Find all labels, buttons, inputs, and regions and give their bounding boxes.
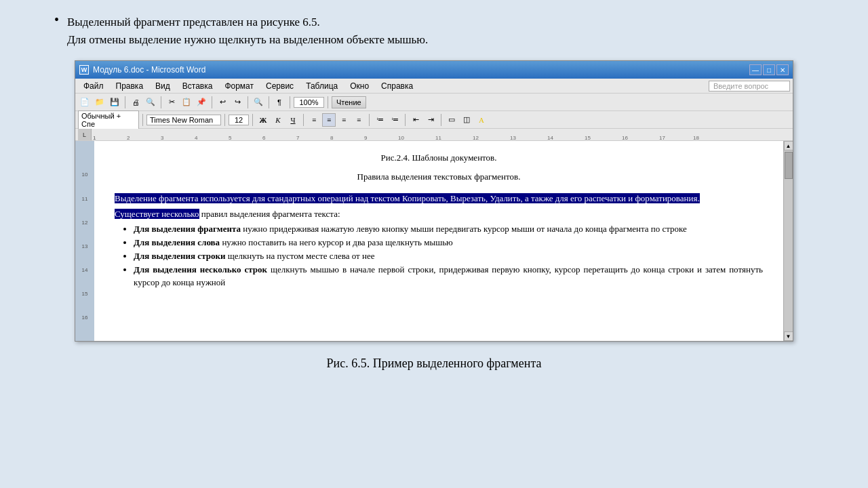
ruler-11: 11: [435, 135, 441, 141]
search-icon[interactable]: 🔍: [252, 96, 265, 109]
paragraph-icon[interactable]: ¶: [273, 96, 286, 109]
color-button[interactable]: A: [475, 113, 488, 127]
list-item-2: Для выделения слова нужно поставить на н…: [134, 237, 763, 249]
copy-icon[interactable]: 📋: [180, 96, 193, 109]
title-bar-text: Модуль 6.doc - Microsoft Word: [93, 65, 749, 75]
new-icon[interactable]: 📄: [78, 96, 92, 109]
ruler-4: 4: [195, 135, 197, 141]
italic-button[interactable]: К: [271, 113, 285, 127]
align-right-button[interactable]: ≡: [337, 113, 351, 127]
undo-icon[interactable]: ↩: [216, 96, 229, 109]
sep12: [369, 114, 370, 126]
ruler-5: 5: [229, 135, 231, 141]
ruler-12: 12: [473, 135, 479, 141]
bold-4: Для выделения несколько строк: [134, 264, 267, 274]
list-item-1: Для выделения фрагмента нужно придержива…: [134, 223, 763, 235]
doc-area: 10 11 12 13 14 15 16 Рис.2.4. Шаблоны до…: [75, 141, 793, 341]
zoom-box[interactable]: 100%: [294, 97, 324, 108]
menu-bar: Файл Правка Вид Вставка Формат Сервис Та…: [75, 79, 793, 94]
bullet-text: Выделенный фрагмент представлен на рисун…: [67, 14, 428, 48]
doc-page: Рис.2.4. Шаблоны документов. Правила выд…: [94, 141, 783, 341]
menu-format[interactable]: Формат: [219, 81, 259, 92]
cut-icon[interactable]: ✂: [165, 96, 178, 109]
increase-indent-button[interactable]: ⇥: [424, 113, 437, 127]
sep2: [161, 96, 161, 108]
text-2: нужно поставить на него курсор и два раз…: [220, 237, 453, 247]
menu-window[interactable]: Окно: [344, 81, 374, 92]
list-item-4: Для выделения несколько строк щелкнуть м…: [134, 264, 763, 288]
menu-table[interactable]: Таблица: [300, 81, 343, 92]
margin-num-16: 16: [75, 311, 94, 325]
ruler-15: 15: [585, 135, 591, 141]
preview-icon[interactable]: 🔍: [144, 96, 157, 109]
maximize-button[interactable]: □: [763, 64, 775, 75]
sep9: [224, 114, 225, 126]
minimize-button[interactable]: —: [749, 64, 762, 75]
bold-3: Для выделения строки: [134, 251, 225, 261]
underline-button[interactable]: Ч: [286, 113, 300, 127]
title-bar-buttons: — □ ✕: [749, 64, 789, 75]
size-dropdown[interactable]: 12: [229, 115, 249, 125]
align-justify-button[interactable]: ≡: [352, 113, 366, 127]
page-container: • Выделенный фрагмент представлен на рис…: [0, 0, 868, 488]
sep4: [248, 96, 248, 108]
redo-icon[interactable]: ↪: [231, 96, 244, 109]
bold-button[interactable]: Ж: [256, 113, 270, 127]
align-center-button[interactable]: ≡: [322, 113, 336, 127]
menu-file[interactable]: Файл: [78, 81, 109, 92]
sep14: [441, 114, 441, 126]
border-button[interactable]: ▭: [445, 113, 458, 127]
ruler-18: 18: [693, 135, 699, 141]
title-bar: W Модуль 6.doc - Microsoft Word — □ ✕: [75, 61, 793, 79]
sep5: [269, 96, 269, 108]
print-icon[interactable]: 🖨: [129, 96, 142, 109]
left-margin: 10 11 12 13 14 15 16: [75, 141, 94, 341]
save-icon[interactable]: 💾: [108, 96, 121, 109]
align-left-button[interactable]: ≡: [307, 113, 321, 127]
paste-icon[interactable]: 📌: [195, 96, 208, 109]
normal-text-cont: правил выделения фрагмента текста:: [199, 209, 340, 219]
ruler-label: 1: [93, 135, 96, 141]
bullet-list-button[interactable]: ≔: [373, 113, 387, 127]
close-button[interactable]: ✕: [776, 64, 789, 75]
margin-num-12: 12: [75, 216, 94, 230]
word-icon: W: [79, 65, 89, 75]
number-list-button[interactable]: ≔: [388, 113, 401, 127]
doc-bullet-list: Для выделения фрагмента нужно придержива…: [115, 223, 763, 289]
ruler-10: 10: [398, 135, 404, 141]
scroll-up-arrow[interactable]: ▲: [784, 141, 793, 150]
sep1: [125, 96, 125, 108]
ruler-7: 7: [296, 135, 299, 141]
sep11: [303, 114, 304, 126]
menu-insert[interactable]: Вставка: [177, 81, 218, 92]
menu-edit[interactable]: Правка: [111, 81, 149, 92]
menu-tools[interactable]: Сервис: [260, 81, 299, 92]
scroll-thumb[interactable]: [785, 152, 793, 179]
bullet-item: • Выделенный фрагмент представлен на рис…: [54, 14, 827, 48]
ruler-marks: 1 2 3 4 5 6 7 8 9 10 11 12 13 14 15 16 1…: [93, 129, 790, 141]
decrease-indent-button[interactable]: ⇤: [409, 113, 422, 127]
font-dropdown[interactable]: Times New Roman: [146, 115, 221, 125]
search-box[interactable]: Введите вопрос: [709, 81, 790, 92]
menu-view[interactable]: Вид: [150, 81, 176, 92]
scrollbar[interactable]: ▲ ▼: [783, 141, 793, 341]
shading-button[interactable]: ◫: [460, 113, 473, 127]
ruler-14: 14: [547, 135, 553, 141]
scroll-down-arrow[interactable]: ▼: [784, 331, 793, 341]
sep8: [142, 114, 143, 126]
margin-num-14: 14: [75, 264, 94, 277]
sep3: [212, 96, 212, 108]
ruler-corner: L: [78, 129, 92, 141]
selected-end-para: Существует несколько правил выделения фр…: [115, 208, 763, 220]
style-dropdown[interactable]: Обычный + Спе: [78, 110, 139, 129]
menu-help[interactable]: Справка: [376, 81, 418, 92]
reading-button[interactable]: Чтение: [332, 96, 366, 108]
sep10: [252, 114, 253, 126]
open-icon[interactable]: 📁: [93, 96, 106, 109]
ruler-13: 13: [510, 135, 516, 141]
bold-1: Для выделения фрагмента: [134, 224, 241, 234]
doc-title: Рис.2.4. Шаблоны документов.: [115, 152, 763, 164]
text-1: нужно придерживая нажатую левую кнопку м…: [241, 224, 687, 234]
ruler-16: 16: [622, 135, 628, 141]
bold-2: Для выделения слова: [134, 237, 220, 247]
